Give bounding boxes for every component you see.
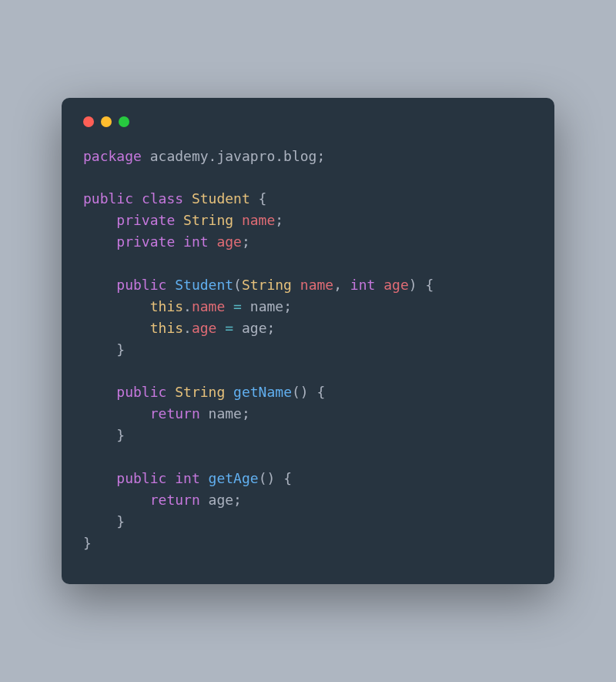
code-token-plain [83,212,116,228]
code-token-kw: int [350,277,376,293]
code-token-kw: package [83,148,142,164]
code-token-plain [83,492,150,508]
code-token-plain: name [250,298,283,314]
code-token-punct: { [259,190,267,207]
code-token-punct: . [183,320,192,336]
code-token-punct: ( [292,384,300,400]
code-token-plain [233,320,242,336]
code-token-plain [83,277,116,293]
code-line: private String name; [83,210,533,231]
code-token-type: String [242,277,292,293]
code-token-punct: ) [409,277,417,293]
code-line: return age; [83,489,533,511]
code-token-kw: int [175,470,200,486]
code-token-punct: ; [242,405,250,422]
code-token-ident: age [383,277,409,293]
code-token-plain [83,298,150,314]
code-token-kw: public [116,384,166,400]
code-token-plain: name [209,405,242,422]
code-token-plain: age [209,492,234,508]
code-token-plain [200,492,209,508]
code-token-punct: { [317,384,326,400]
code-line [83,360,533,381]
code-token-plain [83,513,116,529]
code-token-plain [200,405,209,422]
code-line: private int age; [83,231,533,253]
code-line: public int getAge() { [83,468,533,489]
code-token-op: = [233,298,242,314]
code-token-punct: ; [283,298,292,314]
window-titlebar [83,116,533,127]
code-token-punct: } [116,341,125,358]
code-token-plain [225,298,233,314]
code-token-ident: name [300,277,333,293]
code-token-plain [142,148,150,164]
code-token-thiskw: this [150,298,183,314]
code-token-plain [83,320,150,336]
code-token-plain [292,277,300,293]
code-token-fn: Student [175,277,233,293]
code-token-punct: , [333,277,342,293]
code-line: } [83,532,533,554]
code-token-punct: ( [259,470,267,486]
code-token-punct: } [116,513,125,529]
code-token-punct: ) [266,470,275,486]
code-token-pkg: academy.javapro.blog [150,148,317,164]
code-token-plain [83,233,116,250]
code-token-ident: name [192,298,225,314]
code-token-type: Student [192,190,250,207]
code-token-kw: int [183,233,209,250]
code-token-punct: ; [266,320,275,336]
code-token-plain [225,384,233,400]
code-token-plain [275,470,283,486]
code-token-plain [417,277,426,293]
code-token-plain [166,277,175,293]
code-token-plain [209,233,217,250]
code-token-ident: age [192,320,217,336]
code-token-plain [342,277,350,293]
code-line [83,253,533,274]
code-token-punct: ; [275,212,283,228]
code-token-fn: getName [233,384,292,400]
code-token-ident: age [216,233,242,250]
code-token-kw: class [142,190,183,207]
code-line: public String getName() { [83,381,533,403]
code-line: this.name = name; [83,296,533,317]
code-token-ident: name [242,212,275,228]
code-token-kw: public [116,470,166,486]
code-token-plain [175,212,183,228]
maximize-icon[interactable] [119,116,129,127]
code-line: package academy.javapro.blog; [83,146,533,167]
code-token-punct: ; [242,233,250,250]
code-token-type: String [183,212,233,228]
code-token-punct: ) [300,384,309,400]
code-token-kw: private [116,212,175,228]
code-token-punct: } [83,535,92,551]
code-token-kw: public [83,190,133,207]
code-token-thiskw: this [150,320,183,336]
code-line: this.age = age; [83,317,533,339]
code-line: return name; [83,403,533,425]
code-token-plain [183,190,192,207]
code-token-kw: public [116,277,166,293]
code-line: public Student(String name, int age) { [83,274,533,296]
close-icon[interactable] [83,116,94,127]
code-line: } [83,339,533,361]
code-token-punct: . [183,298,192,314]
code-line [83,166,533,188]
code-line: } [83,511,533,532]
minimize-icon[interactable] [101,116,112,127]
code-line: public class Student { [83,188,533,210]
code-token-plain [83,427,116,443]
code-window: package academy.javapro.blog; public cla… [62,98,554,585]
code-token-plain [83,384,116,400]
code-token-kw: return [150,405,200,422]
code-token-punct: { [283,470,292,486]
code-token-plain [175,233,183,250]
code-token-plain [375,277,383,293]
code-line [83,446,533,468]
code-token-plain [309,384,317,400]
code-token-plain [233,212,242,228]
code-token-punct: ( [233,277,242,293]
code-token-kw: private [116,233,175,250]
